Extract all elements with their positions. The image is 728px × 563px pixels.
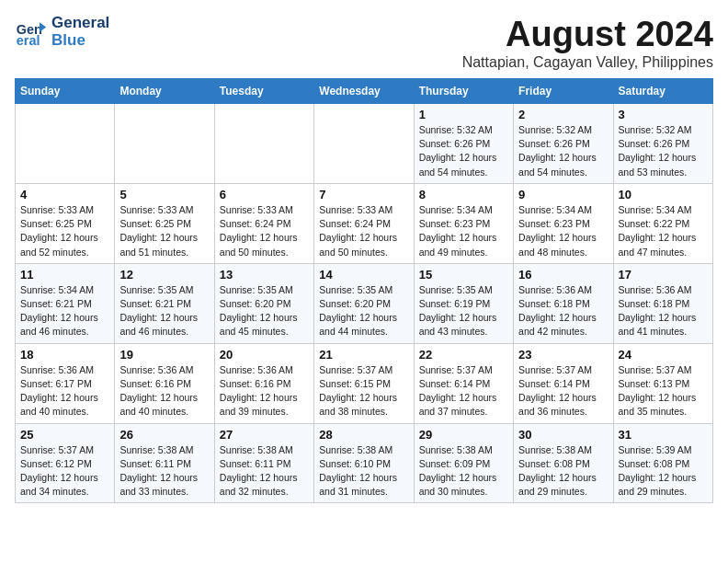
day-info: Sunrise: 5:36 AMSunset: 6:18 PMDaylight:… bbox=[619, 283, 708, 339]
calendar-cell: 17Sunrise: 5:36 AMSunset: 6:18 PMDayligh… bbox=[613, 263, 712, 343]
weekday-header-friday: Friday bbox=[514, 79, 613, 104]
calendar-subtitle: Nattapian, Cagayan Valley, Philippines bbox=[462, 54, 713, 71]
day-number: 29 bbox=[419, 428, 508, 442]
day-number: 15 bbox=[419, 268, 508, 282]
calendar-cell bbox=[115, 104, 214, 184]
calendar-cell: 31Sunrise: 5:39 AMSunset: 6:08 PMDayligh… bbox=[613, 423, 712, 503]
day-info: Sunrise: 5:33 AMSunset: 6:24 PMDaylight:… bbox=[220, 203, 309, 259]
day-info: Sunrise: 5:38 AMSunset: 6:10 PMDaylight:… bbox=[319, 443, 408, 500]
calendar-week-row: 1Sunrise: 5:32 AMSunset: 6:26 PMDaylight… bbox=[16, 104, 713, 184]
weekday-header-sunday: Sunday bbox=[16, 79, 115, 104]
weekday-header-row: SundayMondayTuesdayWednesdayThursdayFrid… bbox=[16, 79, 713, 104]
day-info: Sunrise: 5:35 AMSunset: 6:20 PMDaylight:… bbox=[319, 283, 408, 339]
calendar-cell: 29Sunrise: 5:38 AMSunset: 6:09 PMDayligh… bbox=[414, 423, 513, 503]
day-number: 30 bbox=[518, 428, 608, 442]
calendar-cell: 13Sunrise: 5:35 AMSunset: 6:20 PMDayligh… bbox=[214, 263, 313, 343]
day-number: 21 bbox=[319, 348, 408, 362]
day-info: Sunrise: 5:34 AMSunset: 6:23 PMDaylight:… bbox=[419, 203, 508, 259]
day-info: Sunrise: 5:32 AMSunset: 6:26 PMDaylight:… bbox=[619, 123, 708, 179]
logo: Gen eral General Blue bbox=[15, 15, 109, 49]
day-info: Sunrise: 5:38 AMSunset: 6:08 PMDaylight:… bbox=[518, 443, 608, 500]
weekday-header-tuesday: Tuesday bbox=[214, 79, 313, 104]
calendar-cell: 27Sunrise: 5:38 AMSunset: 6:11 PMDayligh… bbox=[214, 423, 313, 503]
calendar-cell: 7Sunrise: 5:33 AMSunset: 6:24 PMDaylight… bbox=[314, 183, 414, 263]
day-number: 2 bbox=[518, 108, 608, 121]
day-number: 10 bbox=[619, 188, 708, 201]
day-number: 5 bbox=[119, 188, 209, 201]
day-number: 20 bbox=[220, 348, 309, 362]
calendar-cell: 9Sunrise: 5:34 AMSunset: 6:23 PMDaylight… bbox=[514, 183, 613, 263]
calendar-cell: 25Sunrise: 5:37 AMSunset: 6:12 PMDayligh… bbox=[16, 423, 115, 503]
day-number: 19 bbox=[119, 348, 209, 362]
day-info: Sunrise: 5:38 AMSunset: 6:11 PMDaylight:… bbox=[220, 443, 309, 500]
day-info: Sunrise: 5:36 AMSunset: 6:16 PMDaylight:… bbox=[220, 363, 309, 419]
calendar-cell: 20Sunrise: 5:36 AMSunset: 6:16 PMDayligh… bbox=[214, 343, 313, 423]
day-info: Sunrise: 5:32 AMSunset: 6:26 PMDaylight:… bbox=[518, 123, 608, 179]
calendar-cell: 10Sunrise: 5:34 AMSunset: 6:22 PMDayligh… bbox=[613, 183, 712, 263]
day-info: Sunrise: 5:38 AMSunset: 6:09 PMDaylight:… bbox=[419, 443, 508, 500]
day-number: 7 bbox=[319, 188, 408, 201]
day-info: Sunrise: 5:37 AMSunset: 6:13 PMDaylight:… bbox=[619, 363, 708, 419]
day-number: 23 bbox=[518, 348, 608, 362]
day-number: 28 bbox=[319, 428, 408, 442]
calendar-body: 1Sunrise: 5:32 AMSunset: 6:26 PMDaylight… bbox=[16, 104, 713, 503]
day-number: 14 bbox=[319, 268, 408, 282]
day-info: Sunrise: 5:34 AMSunset: 6:22 PMDaylight:… bbox=[619, 203, 708, 259]
day-number: 17 bbox=[619, 268, 708, 282]
calendar-cell: 6Sunrise: 5:33 AMSunset: 6:24 PMDaylight… bbox=[214, 183, 313, 263]
calendar-cell: 16Sunrise: 5:36 AMSunset: 6:18 PMDayligh… bbox=[514, 263, 613, 343]
calendar-cell: 23Sunrise: 5:37 AMSunset: 6:14 PMDayligh… bbox=[514, 343, 613, 423]
calendar-week-row: 25Sunrise: 5:37 AMSunset: 6:12 PMDayligh… bbox=[16, 423, 713, 503]
day-info: Sunrise: 5:34 AMSunset: 6:21 PMDaylight:… bbox=[20, 283, 109, 339]
calendar-cell bbox=[214, 104, 313, 184]
day-info: Sunrise: 5:33 AMSunset: 6:24 PMDaylight:… bbox=[319, 203, 408, 259]
day-number: 25 bbox=[20, 428, 109, 442]
logo-text-line1: General bbox=[51, 15, 109, 32]
day-info: Sunrise: 5:35 AMSunset: 6:21 PMDaylight:… bbox=[119, 283, 209, 339]
calendar-cell: 5Sunrise: 5:33 AMSunset: 6:25 PMDaylight… bbox=[115, 183, 214, 263]
calendar-week-row: 11Sunrise: 5:34 AMSunset: 6:21 PMDayligh… bbox=[16, 263, 713, 343]
svg-text:eral: eral bbox=[17, 33, 40, 48]
day-number: 4 bbox=[20, 188, 109, 201]
title-block: August 2024 Nattapian, Cagayan Valley, P… bbox=[462, 15, 713, 71]
day-info: Sunrise: 5:36 AMSunset: 6:16 PMDaylight:… bbox=[119, 363, 209, 419]
calendar-cell: 22Sunrise: 5:37 AMSunset: 6:14 PMDayligh… bbox=[414, 343, 513, 423]
weekday-header-thursday: Thursday bbox=[414, 79, 513, 104]
calendar-cell: 28Sunrise: 5:38 AMSunset: 6:10 PMDayligh… bbox=[314, 423, 414, 503]
day-number: 8 bbox=[419, 188, 508, 201]
day-info: Sunrise: 5:35 AMSunset: 6:20 PMDaylight:… bbox=[220, 283, 309, 339]
day-info: Sunrise: 5:34 AMSunset: 6:23 PMDaylight:… bbox=[518, 203, 608, 259]
day-number: 27 bbox=[220, 428, 309, 442]
svg-marker-3 bbox=[40, 22, 46, 32]
day-info: Sunrise: 5:35 AMSunset: 6:19 PMDaylight:… bbox=[419, 283, 508, 339]
weekday-header-monday: Monday bbox=[115, 79, 214, 104]
page-header: Gen eral General Blue August 2024 Nattap… bbox=[15, 15, 713, 71]
calendar-cell: 11Sunrise: 5:34 AMSunset: 6:21 PMDayligh… bbox=[16, 263, 115, 343]
day-number: 26 bbox=[119, 428, 209, 442]
calendar-cell bbox=[314, 104, 414, 184]
logo-icon: Gen eral bbox=[15, 16, 48, 49]
calendar-week-row: 18Sunrise: 5:36 AMSunset: 6:17 PMDayligh… bbox=[16, 343, 713, 423]
day-number: 11 bbox=[20, 268, 109, 282]
calendar-title: August 2024 bbox=[462, 15, 713, 54]
day-number: 31 bbox=[619, 428, 708, 442]
calendar-cell: 24Sunrise: 5:37 AMSunset: 6:13 PMDayligh… bbox=[613, 343, 712, 423]
calendar-cell bbox=[16, 104, 115, 184]
day-info: Sunrise: 5:36 AMSunset: 6:17 PMDaylight:… bbox=[20, 363, 109, 419]
day-number: 13 bbox=[220, 268, 309, 282]
calendar-cell: 8Sunrise: 5:34 AMSunset: 6:23 PMDaylight… bbox=[414, 183, 513, 263]
calendar-week-row: 4Sunrise: 5:33 AMSunset: 6:25 PMDaylight… bbox=[16, 183, 713, 263]
day-info: Sunrise: 5:37 AMSunset: 6:14 PMDaylight:… bbox=[419, 363, 508, 419]
calendar-cell: 30Sunrise: 5:38 AMSunset: 6:08 PMDayligh… bbox=[514, 423, 613, 503]
day-number: 6 bbox=[220, 188, 309, 201]
day-number: 1 bbox=[419, 108, 508, 121]
calendar-cell: 1Sunrise: 5:32 AMSunset: 6:26 PMDaylight… bbox=[414, 104, 513, 184]
calendar-cell: 12Sunrise: 5:35 AMSunset: 6:21 PMDayligh… bbox=[115, 263, 214, 343]
day-info: Sunrise: 5:33 AMSunset: 6:25 PMDaylight:… bbox=[119, 203, 209, 259]
calendar-cell: 14Sunrise: 5:35 AMSunset: 6:20 PMDayligh… bbox=[314, 263, 414, 343]
calendar-cell: 3Sunrise: 5:32 AMSunset: 6:26 PMDaylight… bbox=[613, 104, 712, 184]
day-number: 16 bbox=[518, 268, 608, 282]
day-number: 12 bbox=[119, 268, 209, 282]
calendar-header: SundayMondayTuesdayWednesdayThursdayFrid… bbox=[16, 79, 713, 104]
calendar-table: SundayMondayTuesdayWednesdayThursdayFrid… bbox=[15, 78, 713, 503]
